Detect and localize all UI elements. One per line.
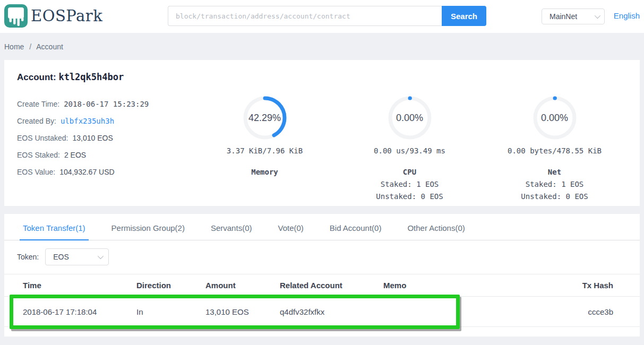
- cpu-staked: Staked: 1 EOS: [381, 180, 439, 188]
- chevron-down-icon: [595, 13, 600, 19]
- tab-permission-group[interactable]: Permission Group(2): [111, 223, 185, 240]
- col-related-account: Related Account: [267, 274, 371, 297]
- cell-related-account-link[interactable]: q4dfv32fxfkx: [267, 297, 371, 327]
- account-title-label: Account:: [17, 72, 56, 82]
- account-name: ktl2qk5h4bor: [58, 72, 124, 82]
- col-amount: Amount: [193, 274, 267, 297]
- brand-name: EOSPark: [31, 7, 102, 25]
- net-unstaked: Unstaked: 0 EOS: [521, 192, 588, 201]
- tab-other-actions[interactable]: Other Actions(0): [407, 223, 465, 240]
- language-link[interactable]: English: [614, 11, 640, 20]
- cell-amount: 13,010 EOS: [193, 297, 267, 327]
- memory-percent: 42.29%: [243, 96, 287, 140]
- account-title: Account: ktl2qk5h4bor: [17, 72, 627, 83]
- network-select[interactable]: MainNet: [542, 8, 605, 24]
- cpu-unstaked: Unstaked: 0 EOS: [376, 192, 443, 201]
- table-row: 2018-06-17 17:18:04 In 13,010 EOS q4dfv3…: [4, 297, 640, 327]
- detail-create-time: Create Time: 2018-06-17 15:23:29: [17, 96, 192, 113]
- memory-gauge: 42.29% 3.37 KiB/7.96 KiB Memory: [192, 96, 337, 201]
- tab-bid-account[interactable]: Bid Account(0): [330, 223, 382, 240]
- cpu-gauge: 0.00% 0.00 us/93.49 ms CPU Staked: 1 EOS…: [337, 96, 482, 201]
- detail-eos-value: EOS Value: 104,932.67 USD: [17, 163, 192, 180]
- brand-logo[interactable]: EOSPark: [4, 4, 102, 28]
- cpu-ring-icon: 0.00%: [388, 96, 432, 140]
- token-filter: Token: EOS: [4, 240, 640, 265]
- breadcrumb-current: Account: [36, 42, 63, 51]
- table-header-row: Time Direction Amount Related Account Me…: [4, 274, 640, 297]
- cell-direction: In: [124, 297, 193, 327]
- net-gauge: 0.00% 0.00 bytes/478.55 KiB Net Staked: …: [482, 96, 627, 201]
- cell-time: 2018-06-17 17:18:04: [4, 297, 124, 327]
- cpu-label: CPU: [403, 168, 416, 176]
- token-select[interactable]: EOS: [45, 248, 109, 265]
- detail-created-by: Created By: ulbfx235uh3h: [17, 113, 192, 130]
- account-details: Create Time: 2018-06-17 15:23:29 Created…: [17, 96, 192, 201]
- memory-label: Memory: [251, 168, 278, 176]
- memory-usage: 3.37 KiB/7.96 KiB: [227, 146, 303, 155]
- breadcrumb: Home / Account: [0, 33, 644, 60]
- net-percent: 0.00%: [533, 96, 577, 140]
- search-button[interactable]: Search: [442, 6, 486, 26]
- tab-servants[interactable]: Servants(0): [211, 223, 252, 240]
- eos-value-usd: 104,932.67 USD: [59, 168, 115, 176]
- breadcrumb-home[interactable]: Home: [4, 42, 24, 51]
- breadcrumb-separator: /: [29, 42, 31, 51]
- detail-eos-unstaked: EOS Unstaked: 13,010 EOS: [17, 130, 192, 146]
- cell-tx-hash-link[interactable]: ccce3b: [549, 297, 640, 327]
- top-header: EOSPark Search MainNet English: [0, 0, 644, 33]
- col-direction: Direction: [124, 274, 193, 297]
- eos-staked-value: 2 EOS: [64, 151, 86, 159]
- cell-memo: [371, 297, 549, 327]
- create-time-value: 2018-06-17 15:23:29: [64, 100, 149, 108]
- memory-ring-icon: 42.29%: [243, 96, 287, 140]
- account-actions-card: Token Transfer(1) Permission Group(2) Se…: [4, 214, 640, 337]
- token-filter-label: Token:: [17, 253, 39, 261]
- search-bar: Search: [168, 6, 486, 26]
- search-input[interactable]: [168, 6, 442, 26]
- net-staked: Staked: 1 EOS: [526, 180, 584, 188]
- tab-bar: Token Transfer(1) Permission Group(2) Se…: [4, 214, 640, 240]
- chevron-down-icon: [98, 253, 104, 259]
- token-selected-value: EOS: [53, 253, 69, 261]
- tab-token-transfer[interactable]: Token Transfer(1): [23, 223, 85, 240]
- cpu-usage: 0.00 us/93.49 ms: [374, 146, 445, 155]
- account-summary-card: Account: ktl2qk5h4bor Create Time: 2018-…: [4, 60, 640, 206]
- eos-unstaked-value: 13,010 EOS: [73, 134, 113, 142]
- col-time: Time: [4, 274, 124, 297]
- col-memo: Memo: [371, 274, 549, 297]
- resource-gauges: 42.29% 3.37 KiB/7.96 KiB Memory 0.00% 0.…: [192, 96, 627, 201]
- col-tx-hash: Tx Hash: [549, 274, 640, 297]
- token-transfer-table: Time Direction Amount Related Account Me…: [4, 274, 640, 327]
- created-by-link[interactable]: ulbfx235uh3h: [61, 117, 114, 125]
- tab-vote[interactable]: Vote(0): [278, 223, 303, 240]
- net-label: Net: [548, 168, 561, 176]
- eospark-logo-icon: [4, 4, 28, 28]
- detail-eos-staked: EOS Staked: 2 EOS: [17, 146, 192, 163]
- net-usage: 0.00 bytes/478.55 KiB: [508, 146, 602, 155]
- cpu-percent: 0.00%: [388, 96, 432, 140]
- network-selected-value: MainNet: [549, 12, 577, 21]
- net-ring-icon: 0.00%: [533, 96, 577, 140]
